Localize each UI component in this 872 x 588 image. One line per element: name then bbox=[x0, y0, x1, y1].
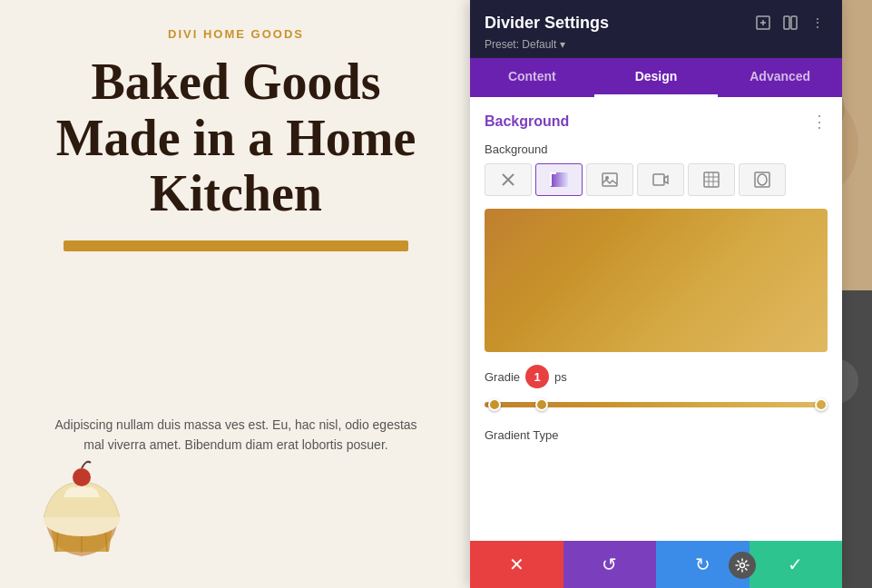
bg-type-mask[interactable] bbox=[739, 163, 786, 196]
gradient-slider[interactable] bbox=[485, 396, 828, 412]
panel-title-icons: ⋮ bbox=[753, 13, 828, 33]
panel-title: Divider Settings bbox=[485, 14, 609, 33]
panel-title-row: Divider Settings ⋮ bbox=[485, 13, 828, 33]
redo-icon: ↻ bbox=[695, 554, 710, 575]
gradient-type-label: Gradient Type bbox=[485, 428, 828, 442]
bg-type-none[interactable] bbox=[485, 163, 532, 196]
cancel-button[interactable]: ✕ bbox=[470, 541, 563, 588]
reset-icon: ↺ bbox=[602, 554, 617, 575]
bg-type-video[interactable] bbox=[637, 163, 684, 196]
reset-button[interactable]: ↺ bbox=[563, 541, 657, 588]
columns-icon[interactable] bbox=[780, 13, 800, 33]
svg-rect-20 bbox=[653, 174, 664, 185]
settings-panel: Divider Settings ⋮ Preset: Def bbox=[470, 0, 842, 588]
gradient-label-text: Gradie bbox=[485, 370, 520, 384]
panel-tabs: Content Design Advanced bbox=[470, 58, 842, 97]
panel-header: Divider Settings ⋮ Preset: Def bbox=[470, 0, 842, 58]
panel-preset[interactable]: Preset: Default ▾ bbox=[485, 38, 828, 51]
slider-stop-3[interactable] bbox=[815, 398, 828, 411]
cancel-icon: ✕ bbox=[509, 554, 524, 575]
gradient-stops-row: Gradie 1 ps bbox=[485, 365, 828, 388]
gradient-badge[interactable]: 1 bbox=[525, 365, 549, 388]
svg-point-27 bbox=[758, 174, 767, 185]
panel-footer: ✕ ↺ ↻ ✓ bbox=[470, 541, 842, 588]
divider-line bbox=[64, 240, 408, 251]
bg-type-gradient[interactable] bbox=[535, 163, 583, 196]
svg-rect-16 bbox=[550, 172, 568, 187]
slider-stop-1[interactable] bbox=[488, 398, 501, 411]
section-title: Background bbox=[485, 113, 569, 130]
section-menu-icon[interactable]: ⋮ bbox=[811, 112, 828, 132]
section-header: Background ⋮ bbox=[485, 112, 828, 132]
tab-design[interactable]: Design bbox=[594, 58, 719, 97]
bg-type-pattern[interactable] bbox=[688, 163, 735, 196]
svg-rect-12 bbox=[784, 16, 789, 29]
brand-name: DIVI HOME GOODS bbox=[36, 27, 436, 41]
expand-icon[interactable] bbox=[753, 13, 773, 33]
panel-body: Background ⋮ Background bbox=[470, 97, 842, 541]
slider-stop-2[interactable] bbox=[535, 398, 548, 411]
gradient-color-preview[interactable] bbox=[485, 209, 828, 352]
save-button[interactable]: ✓ bbox=[750, 541, 843, 588]
tab-content[interactable]: Content bbox=[470, 58, 594, 97]
background-type-row bbox=[485, 163, 828, 196]
svg-rect-21 bbox=[704, 172, 719, 187]
hero-title: Baked Goods Made in a Home Kitchen bbox=[36, 54, 436, 222]
save-icon: ✓ bbox=[788, 554, 803, 575]
svg-point-4 bbox=[73, 468, 91, 486]
settings-gear-button[interactable] bbox=[729, 552, 756, 579]
bg-type-image[interactable] bbox=[586, 163, 633, 196]
tab-advanced[interactable]: Advanced bbox=[718, 58, 842, 97]
svg-rect-13 bbox=[791, 16, 797, 29]
background-field-label: Background bbox=[485, 142, 828, 156]
gradient-stops-suffix: ps bbox=[554, 370, 567, 384]
more-options-icon[interactable]: ⋮ bbox=[808, 13, 828, 33]
cupcake-illustration bbox=[18, 443, 145, 570]
svg-point-28 bbox=[740, 564, 745, 568]
